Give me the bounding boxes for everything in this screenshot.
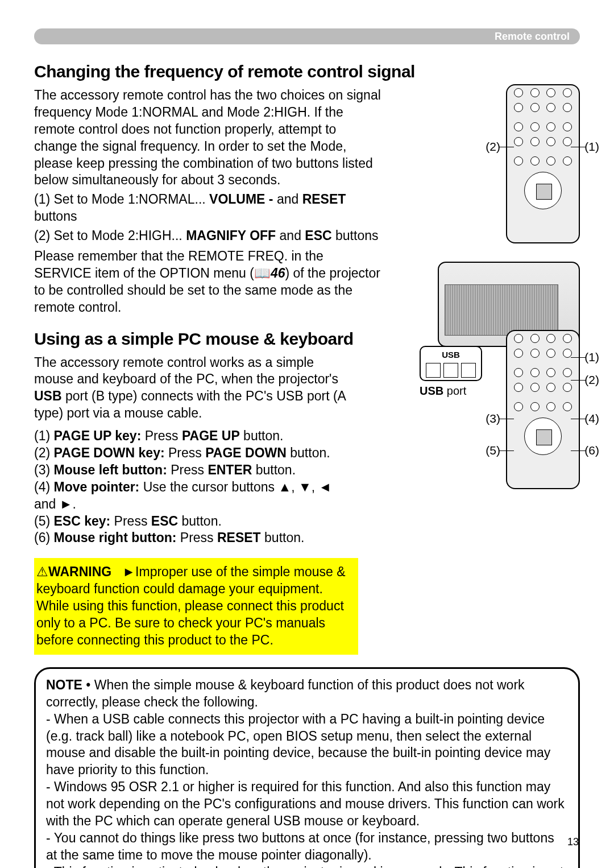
note-b2: - Windows 95 OSR 2.1 or higher is requir… [46, 779, 568, 830]
callout-r2-6: (6) [584, 443, 599, 458]
note-lead: NOTE [46, 677, 82, 692]
t: RESET [302, 192, 346, 206]
remote-diagram-1 [506, 84, 580, 243]
leader [571, 419, 586, 419]
remote-diagram-2 [506, 330, 580, 489]
page-number: 13 [567, 836, 579, 849]
t: buttons [332, 228, 379, 243]
callout-r2-2: (2) [584, 372, 599, 387]
note-b1: - When a USB cable connects this project… [46, 711, 568, 779]
callout-r2-3: (3) [486, 411, 500, 426]
t: port (B type) connects with the PC's USB… [34, 388, 346, 420]
t: The accessory remote control works as a … [34, 355, 338, 387]
arrow-right-icon: ► [122, 564, 135, 579]
section1-p1: The accessory remote control has the two… [34, 87, 381, 189]
usb-block: USB USB port [420, 346, 482, 398]
section1-mode1: (1) Set to Mode 1:NORMAL... VOLUME - and… [34, 191, 381, 225]
li3: (3) Mouse left button: Press ENTER butto… [34, 462, 347, 479]
note-b4: - This function is activated only when t… [46, 864, 568, 868]
callout-r1-2: (2) [486, 139, 500, 154]
list: (1) PAGE UP key: Press PAGE UP button. (… [34, 428, 347, 547]
leader [571, 357, 586, 358]
t: USB [34, 388, 62, 403]
section2-p1: The accessory remote control works as a … [34, 354, 347, 423]
usb-title: USB [424, 349, 478, 361]
usb-box: USB [420, 346, 482, 381]
t: (1) Set to Mode 1:NORMAL... [34, 192, 209, 206]
leader [571, 380, 586, 381]
li5: (5) ESC key: Press ESC button. [34, 513, 347, 530]
t: MAGNIFY OFF [186, 228, 276, 243]
li4: (4) Move pointer: Use the cursor buttons… [34, 479, 347, 513]
callout-r2-5: (5) [486, 443, 500, 458]
callout-r2-1: (1) [584, 349, 599, 365]
leader [571, 450, 586, 451]
leader [499, 450, 514, 451]
warning-lead: WARNING [48, 564, 111, 579]
callout-r1-1: (1) [584, 139, 599, 154]
leader [499, 419, 514, 419]
leader [571, 147, 586, 147]
header-label: Remote control [495, 30, 570, 43]
warning-box: ⚠WARNING ►Improper use of the simple mou… [34, 558, 358, 654]
note-b3: - You cannot do things like press two bu… [46, 830, 568, 864]
page-ref: 46 [271, 266, 285, 280]
section1-title: Changing the frequency of remote control… [34, 60, 580, 82]
li1: (1) PAGE UP key: Press PAGE UP button. [34, 428, 347, 445]
li6: (6) Mouse right button: Press RESET butt… [34, 530, 347, 547]
note-intro: NOTE • When the simple mouse & keyboard … [46, 677, 568, 711]
t: and [273, 192, 302, 206]
header-bar: Remote control [34, 28, 580, 44]
t: buttons [34, 209, 77, 224]
t: • When the simple mouse & keyboard funct… [46, 677, 525, 709]
usb-port-label: USB port [420, 383, 482, 398]
t: (2) Set to Mode 2:HIGH... [34, 228, 186, 243]
t: ESC [305, 228, 331, 243]
section1-p4: Please remember that the REMOTE FREQ. in… [34, 248, 381, 316]
t: VOLUME - [209, 192, 273, 206]
note-box: NOTE • When the simple mouse & keyboard … [34, 667, 580, 868]
usb-icons [424, 361, 478, 378]
warning-icon: ⚠ [36, 564, 48, 579]
callout-r2-4: (4) [584, 411, 599, 426]
t: and [276, 228, 305, 243]
book-icon: 📖 [254, 266, 271, 280]
li2: (2) PAGE DOWN key: Press PAGE DOWN butto… [34, 445, 347, 462]
leader [499, 147, 514, 147]
section1-mode2: (2) Set to Mode 2:HIGH... MAGNIFY OFF an… [34, 228, 381, 245]
